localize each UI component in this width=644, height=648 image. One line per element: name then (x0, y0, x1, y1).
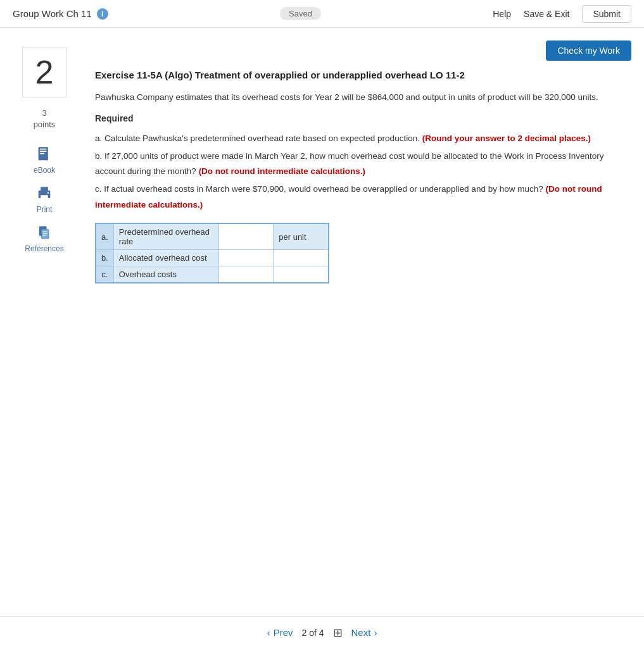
part-a-main: a. Calculate Pawhuska's predetermined ov… (95, 134, 420, 143)
sidebar-references[interactable]: References (25, 224, 63, 253)
svg-point-7 (47, 192, 49, 194)
info-icon[interactable]: i (97, 8, 108, 20)
row-a-desc: Predetermined overhead rate (113, 223, 218, 250)
content-area: Check my Work Exercise 11-5A (Algo) Trea… (89, 40, 644, 284)
row-a-input[interactable] (224, 232, 268, 242)
page-title: Group Work Ch 11 (13, 8, 92, 19)
table-row: a. Predetermined overhead rate per unit (96, 223, 329, 250)
page-separator: of (309, 628, 317, 638)
sidebar: 2 3 points eBook (0, 40, 89, 284)
table-row: c. Overhead costs (96, 266, 329, 284)
svg-rect-12 (43, 235, 46, 236)
points-value: 3 (42, 108, 46, 118)
sidebar-print[interactable]: Print (35, 185, 53, 214)
svg-rect-1 (40, 149, 47, 150)
question-number: 2 (35, 53, 54, 91)
row-b-extra-cell (274, 250, 329, 266)
svg-rect-11 (43, 234, 47, 234)
sidebar-ebook[interactable]: eBook (34, 146, 55, 175)
question-parts: a. Calculate Pawhuska's predetermined ov… (95, 131, 631, 213)
svg-rect-6 (41, 196, 48, 199)
header: Group Work Ch 11 i Saved Help Save & Exi… (0, 0, 644, 28)
footer: ‹ Prev 2 of 4 ⊞ Next › (0, 616, 644, 648)
help-link[interactable]: Help (493, 9, 511, 19)
svg-rect-3 (40, 153, 44, 154)
part-b-note: (Do not round intermediate calculations.… (199, 166, 365, 176)
check-my-work-button[interactable]: Check my Work (546, 40, 631, 61)
row-b-desc: Allocated overhead cost (113, 250, 218, 266)
svg-rect-10 (43, 232, 47, 232)
problem-text: Pawhuska Company estimates that its over… (95, 90, 631, 104)
row-a-label: a. (96, 223, 113, 250)
total-pages: 4 (319, 628, 324, 638)
svg-rect-2 (40, 151, 47, 153)
header-right: Help Save & Exit Submit (493, 5, 631, 23)
row-c-label: c. (96, 266, 113, 284)
table-row: b. Allocated overhead cost (96, 250, 329, 266)
header-left: Group Work Ch 11 i (13, 8, 108, 20)
row-c-select-cell[interactable] (274, 266, 329, 284)
row-c-input-cell[interactable] (219, 266, 274, 284)
references-icon (35, 224, 53, 242)
row-b-input-cell[interactable] (219, 250, 274, 266)
row-b-input[interactable] (224, 253, 268, 263)
row-a-unit: per unit (274, 223, 329, 250)
prev-chevron-icon: ‹ (267, 627, 270, 638)
part-a-text: a. Calculate Pawhuska's predetermined ov… (95, 131, 631, 146)
row-c-desc: Overhead costs (113, 266, 218, 284)
part-c-main: c. If actual overhead costs in March wer… (95, 184, 543, 194)
question-number-box: 2 (22, 47, 66, 97)
exercise-title: Exercise 11-5A (Algo) Treatment of overa… (95, 67, 631, 80)
row-b-label: b. (96, 250, 113, 266)
save-exit-link[interactable]: Save & Exit (524, 9, 569, 19)
sidebar-icons: eBook Print (0, 146, 89, 253)
print-icon (35, 185, 53, 202)
row-c-select[interactable] (279, 270, 323, 279)
saved-badge: Saved (280, 7, 321, 20)
references-label: References (25, 244, 63, 253)
next-label[interactable]: Next (351, 627, 371, 638)
next-chevron-icon: › (374, 627, 377, 638)
row-c-input[interactable] (224, 270, 268, 279)
ebook-label: eBook (34, 166, 55, 175)
points-info: 3 points (34, 108, 56, 130)
required-label: Required (95, 113, 631, 123)
prev-button[interactable]: ‹ Prev (267, 627, 293, 638)
svg-rect-5 (41, 187, 48, 192)
points-label: points (34, 120, 56, 129)
submit-button[interactable]: Submit (582, 5, 631, 23)
footer-nav: ‹ Prev 2 of 4 ⊞ Next › (267, 626, 377, 640)
part-a-note: (Round your answer to 2 decimal places.) (422, 134, 591, 143)
print-label: Print (37, 205, 53, 214)
page-info: 2 of 4 (301, 628, 324, 638)
prev-label[interactable]: Prev (274, 627, 293, 638)
row-a-input-cell[interactable] (219, 223, 274, 250)
part-b-text: b. If 27,000 units of product were made … (95, 149, 631, 180)
part-c-text: c. If actual overhead costs in March wer… (95, 182, 631, 213)
grid-icon[interactable]: ⊞ (333, 626, 343, 640)
ebook-icon (35, 146, 53, 163)
answer-table: a. Predetermined overhead rate per unit … (95, 223, 329, 284)
next-button[interactable]: Next › (351, 627, 377, 638)
main-container: 2 3 points eBook (0, 28, 644, 296)
current-page: 2 (301, 628, 306, 638)
